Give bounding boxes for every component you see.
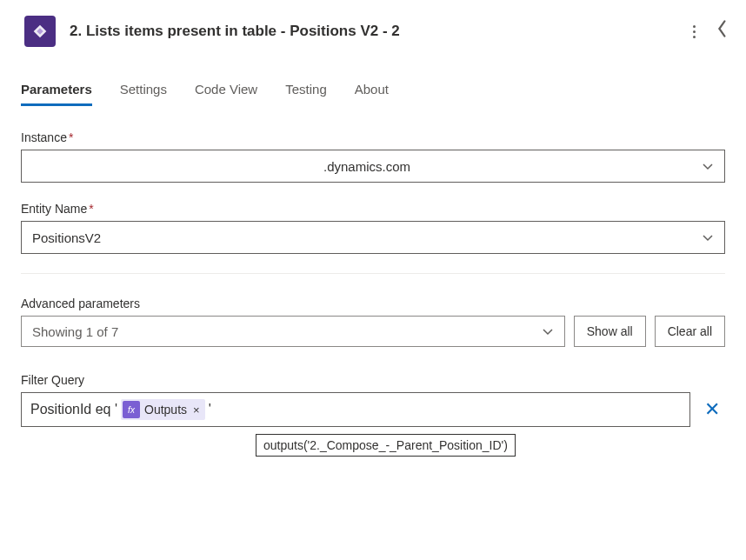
filter-label: Filter Query xyxy=(21,373,725,387)
entity-label: Entity Name* xyxy=(21,202,725,216)
clear-all-button[interactable]: Clear all xyxy=(655,316,725,347)
advanced-label: Advanced parameters xyxy=(21,297,725,310)
tab-settings[interactable]: Settings xyxy=(120,82,167,106)
instance-label-text: Instance xyxy=(21,130,67,144)
collapse-icon[interactable] xyxy=(716,19,729,43)
entity-dropdown[interactable]: PositionsV2 xyxy=(21,221,725,254)
entity-label-text: Entity Name xyxy=(21,202,87,216)
filter-suffix: ' xyxy=(209,402,211,417)
advanced-summary: Showing 1 of 7 xyxy=(32,324,118,339)
divider xyxy=(21,273,725,274)
chevron-down-icon xyxy=(702,230,714,245)
instance-label: Instance* xyxy=(21,130,725,144)
entity-value: PositionsV2 xyxy=(32,230,101,245)
tab-code-view[interactable]: Code View xyxy=(195,82,257,106)
chevron-down-icon xyxy=(542,324,554,339)
instance-dropdown[interactable]: .dynamics.com xyxy=(21,150,725,183)
advanced-dropdown[interactable]: Showing 1 of 7 xyxy=(21,316,565,347)
expression-token[interactable]: fx Outputs × xyxy=(121,399,205,420)
tab-bar: Parameters Settings Code View Testing Ab… xyxy=(0,56,746,106)
parameters-panel: Instance* .dynamics.com Entity Name* Pos… xyxy=(0,106,746,474)
more-icon[interactable] xyxy=(687,25,701,38)
filter-prefix: PositionId eq ' xyxy=(30,402,117,417)
field-entity-name: Entity Name* PositionsV2 xyxy=(21,202,725,254)
token-label: Outputs xyxy=(144,403,187,417)
filter-query-input[interactable]: PositionId eq ' fx Outputs × ' xyxy=(21,392,690,427)
tab-testing[interactable]: Testing xyxy=(285,82,327,106)
fx-icon: fx xyxy=(123,401,140,418)
field-instance: Instance* .dynamics.com xyxy=(21,130,725,183)
expression-tooltip: outputs('2._Compose_-_Parent_Position_ID… xyxy=(256,434,516,457)
connector-icon xyxy=(24,16,56,47)
chevron-down-icon xyxy=(702,159,714,174)
instance-value: .dynamics.com xyxy=(32,159,702,174)
required-marker: * xyxy=(89,202,93,216)
svg-text:fx: fx xyxy=(128,405,136,415)
tab-about[interactable]: About xyxy=(355,82,389,106)
advanced-row: Showing 1 of 7 Show all Clear all xyxy=(21,316,725,347)
clear-filter-icon[interactable]: ✕ xyxy=(699,398,725,421)
show-all-button[interactable]: Show all xyxy=(574,316,646,347)
token-remove-icon[interactable]: × xyxy=(193,403,200,417)
tab-parameters[interactable]: Parameters xyxy=(21,82,92,106)
action-title: 2. Lists items present in table - Positi… xyxy=(70,23,687,40)
required-marker: * xyxy=(69,130,73,144)
field-filter-query: Filter Query PositionId eq ' fx Outputs … xyxy=(21,373,725,457)
action-header: 2. Lists items present in table - Positi… xyxy=(0,0,746,56)
